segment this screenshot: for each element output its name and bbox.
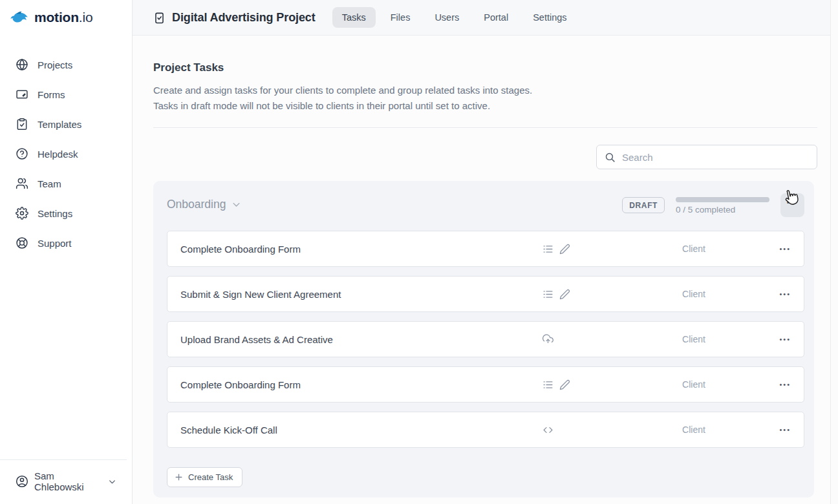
pencil-icon — [559, 379, 570, 390]
create-task-label: Create Task — [188, 472, 233, 482]
team-icon — [16, 177, 28, 190]
create-task-button[interactable]: Create Task — [167, 467, 242, 487]
description-line-2: Tasks in draft mode will not be visible … — [153, 100, 490, 111]
gear-icon — [16, 207, 28, 220]
brand-logo[interactable]: motion.io — [0, 0, 132, 32]
stage-collapse-toggle[interactable]: Onboarding — [167, 193, 241, 211]
sidebar-item-settings[interactable]: Settings — [0, 198, 132, 228]
page-title: Project Tasks — [153, 61, 817, 74]
tab-files[interactable]: Files — [381, 7, 420, 28]
template-icon — [16, 118, 28, 131]
stage-header-controls: DRAFT 0 / 5 completed ••• — [622, 193, 804, 217]
stage-header: Onboarding DRAFT 0 / 5 completed ••• — [167, 190, 804, 217]
task-assignee: Client — [655, 334, 733, 344]
task-row[interactable]: Complete Onboarding Form Client ••• — [167, 366, 804, 403]
plus-icon — [175, 473, 183, 481]
project-tabs: Tasks Files Users Portal Settings — [332, 7, 577, 28]
motion-logo-icon — [10, 10, 30, 25]
brand-name: motion.io — [34, 10, 92, 25]
ellipsis-icon: ••• — [779, 290, 791, 298]
project-header: Digital Advertising Project Tasks Files … — [133, 0, 838, 36]
sidebar-item-support[interactable]: Support — [0, 228, 132, 258]
project-title: Digital Advertising Project — [172, 11, 316, 25]
search-icon — [605, 152, 616, 163]
stage-title: Onboarding — [167, 198, 226, 211]
status-badge: DRAFT — [622, 197, 665, 213]
task-list: Complete Onboarding Form Client ••• Subm… — [167, 231, 804, 448]
chevron-down-icon — [105, 478, 116, 486]
task-assignee: Client — [655, 425, 733, 435]
sidebar-item-label: Team — [38, 178, 61, 189]
ellipsis-icon: ••• — [779, 426, 791, 434]
task-icons — [543, 244, 655, 255]
checklist-icon — [543, 244, 553, 255]
progress-label: 0 / 5 completed — [676, 205, 769, 215]
section-divider — [153, 127, 817, 128]
tab-users[interactable]: Users — [425, 7, 469, 28]
sidebar-nav: Projects Forms Templates Helpdesk Team S… — [0, 50, 132, 459]
form-icon — [16, 88, 28, 101]
sidebar-item-label: Templates — [38, 119, 81, 130]
page-description: Create and assign tasks for your clients… — [153, 83, 817, 114]
search-box — [596, 145, 817, 169]
main-panel: Project Tasks Create and assign tasks fo… — [133, 36, 838, 504]
task-more-button[interactable]: ••• — [771, 335, 791, 343]
task-title: Submit & Sign New Client Agreement — [180, 289, 543, 300]
account-menu-button[interactable]: Sam Chlebowski — [0, 459, 127, 504]
scrollbar-track[interactable] — [830, 0, 838, 504]
app-window: motion.io Projects Forms Templates Helpd… — [0, 0, 838, 504]
tab-tasks[interactable]: Tasks — [332, 7, 376, 28]
helpdesk-icon — [16, 147, 28, 160]
task-more-button[interactable]: ••• — [771, 381, 791, 388]
search-row — [153, 145, 817, 169]
stage-card-onboarding: Onboarding DRAFT 0 / 5 completed ••• — [153, 181, 814, 498]
task-row[interactable]: Schedule Kick-Off Call Client ••• — [167, 412, 804, 448]
task-more-button[interactable]: ••• — [771, 245, 791, 253]
ellipsis-icon: ••• — [779, 381, 791, 388]
task-row[interactable]: Upload Brand Assets & Ad Creative Client… — [167, 321, 804, 357]
task-row[interactable]: Complete Onboarding Form Client ••• — [167, 231, 804, 267]
clipboard-check-icon — [153, 12, 166, 24]
sidebar-item-forms[interactable]: Forms — [0, 79, 132, 109]
sidebar-item-label: Support — [38, 238, 72, 249]
task-icons — [543, 379, 655, 390]
stage-progress: 0 / 5 completed — [676, 197, 769, 215]
pencil-icon — [559, 289, 570, 300]
stage-more-button[interactable]: ••• — [780, 193, 804, 217]
user-name: Sam Chlebowski — [34, 470, 100, 492]
chevron-down-icon — [231, 200, 241, 209]
task-assignee: Client — [655, 379, 733, 390]
task-title: Schedule Kick-Off Call — [180, 425, 543, 436]
sidebar-item-label: Forms — [38, 89, 65, 100]
sidebar-item-helpdesk[interactable]: Helpdesk — [0, 139, 132, 169]
search-input[interactable] — [622, 152, 809, 163]
task-more-button[interactable]: ••• — [771, 426, 791, 434]
task-row[interactable]: Submit & Sign New Client Agreement Clien… — [167, 276, 804, 312]
tab-settings[interactable]: Settings — [523, 7, 576, 28]
sidebar-item-templates[interactable]: Templates — [0, 109, 132, 139]
checklist-icon — [543, 289, 553, 300]
sidebar-item-label: Helpdesk — [38, 149, 78, 160]
task-more-button[interactable]: ••• — [771, 290, 791, 298]
sidebar: motion.io Projects Forms Templates Helpd… — [0, 0, 133, 504]
task-icons — [543, 289, 655, 300]
sidebar-item-team[interactable]: Team — [0, 169, 132, 198]
ellipsis-icon: ••• — [779, 335, 791, 343]
ellipsis-icon: ••• — [787, 198, 799, 206]
sidebar-item-label: Settings — [38, 208, 72, 219]
support-icon — [16, 236, 28, 249]
description-line-1: Create and assign tasks for your clients… — [153, 85, 532, 96]
progress-bar — [676, 197, 769, 202]
tab-portal[interactable]: Portal — [474, 7, 518, 28]
code-icon — [543, 425, 553, 436]
task-assignee: Client — [655, 244, 733, 254]
sidebar-item-projects[interactable]: Projects — [0, 50, 132, 79]
task-title: Upload Brand Assets & Ad Creative — [180, 334, 543, 345]
task-assignee: Client — [655, 289, 733, 299]
task-icons — [543, 425, 655, 436]
cloud-upload-icon — [543, 334, 553, 345]
content-column: Digital Advertising Project Tasks Files … — [133, 0, 838, 504]
globe-icon — [16, 58, 28, 71]
user-avatar-icon — [16, 475, 28, 488]
task-title: Complete Onboarding Form — [180, 244, 543, 255]
